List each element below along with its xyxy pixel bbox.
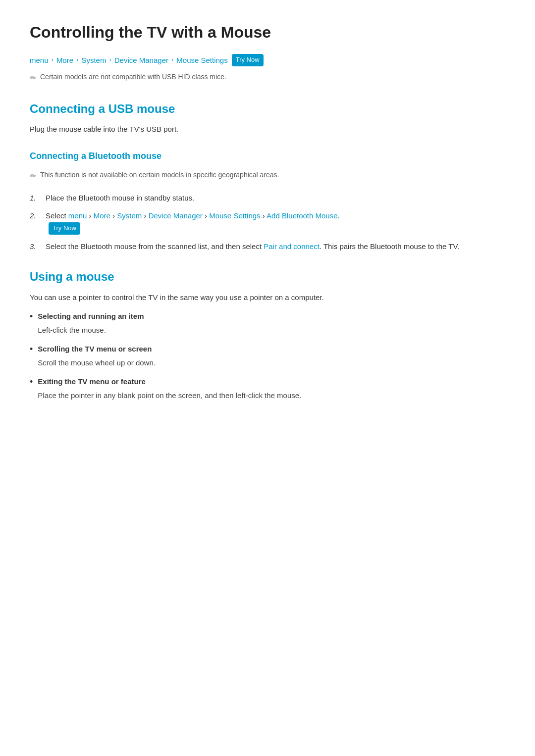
bullet-desc-2: Scroll the mouse wheel up or down.: [38, 357, 505, 369]
step2-sep5: ›: [263, 211, 267, 220]
step-1-text: Place the Bluetooth mouse in standby sta…: [46, 192, 505, 204]
step-3-content: Select the Bluetooth mouse from the scan…: [46, 241, 505, 252]
page-title: Controlling the TV with a Mouse: [30, 20, 505, 45]
usb-body-text: Plug the mouse cable into the TV's USB p…: [30, 123, 505, 135]
breadcrumb-device-manager[interactable]: Device Manager: [114, 54, 168, 66]
step3-pair-connect-link[interactable]: Pair and connect: [264, 242, 320, 251]
step-number-1: 1.: [30, 192, 40, 204]
step2-link-device-manager[interactable]: Device Manager: [149, 211, 203, 220]
step2-sep2: ›: [112, 211, 117, 220]
breadcrumb: menu › More › System › Device Manager › …: [30, 54, 505, 66]
bullet-item-selecting: • Selecting and running an item Left-cli…: [30, 310, 505, 336]
breadcrumb-menu[interactable]: menu: [30, 54, 49, 66]
step-2-content: Select menu › More › System › Device Man…: [46, 210, 505, 235]
bluetooth-steps-list: 1. Place the Bluetooth mouse in standby …: [30, 192, 505, 252]
step-number-2: 2.: [30, 210, 40, 222]
step2-link-menu[interactable]: menu: [68, 211, 87, 220]
step2-link-mouse-settings[interactable]: Mouse Settings: [209, 211, 260, 220]
bullet-content-2: Scrolling the TV menu or screen Scroll t…: [38, 343, 505, 369]
breadcrumb-system[interactable]: System: [81, 54, 106, 66]
step2-sep3: ›: [144, 211, 148, 220]
try-now-badge-step2[interactable]: Try Now: [49, 222, 80, 235]
bluetooth-step-3: 3. Select the Bluetooth mouse from the s…: [30, 241, 505, 252]
bullet-title-3: Exiting the TV menu or feature: [38, 376, 505, 388]
note-icon: ✏: [30, 72, 36, 85]
section-title-usb: Connecting a USB mouse: [30, 100, 505, 118]
bullet-title-1: Selecting and running an item: [38, 310, 505, 322]
bullet-dot-1: •: [30, 309, 33, 324]
bluetooth-step-1: 1. Place the Bluetooth mouse in standby …: [30, 192, 505, 204]
step2-link-system[interactable]: System: [117, 211, 142, 220]
bullet-item-scrolling: • Scrolling the TV menu or screen Scroll…: [30, 343, 505, 369]
bullet-dot-3: •: [30, 375, 33, 389]
breadcrumb-mouse-settings[interactable]: Mouse Settings: [176, 54, 227, 66]
using-bullets-list: • Selecting and running an item Left-cli…: [30, 310, 505, 402]
bullet-desc-3: Place the pointer in any blank point on …: [38, 390, 505, 402]
bluetooth-note-text: This function is not available on certai…: [40, 169, 279, 180]
breadcrumb-sep-1: ›: [52, 55, 54, 65]
bullet-item-exiting: • Exiting the TV menu or feature Place t…: [30, 376, 505, 402]
breadcrumb-sep-3: ›: [109, 55, 111, 65]
section-title-using: Using a mouse: [30, 267, 505, 286]
bullet-dot-2: •: [30, 342, 33, 356]
try-now-badge-header[interactable]: Try Now: [232, 54, 264, 66]
compatibility-note-row: ✏ Certain models are not compatible with…: [30, 71, 505, 85]
bluetooth-step-2: 2. Select menu › More › System › Device …: [30, 210, 505, 235]
step2-link-more[interactable]: More: [94, 211, 110, 220]
step2-link-add-bluetooth[interactable]: Add Bluetooth Mouse: [267, 211, 337, 220]
breadcrumb-sep-4: ›: [171, 55, 173, 65]
section-title-bluetooth: Connecting a Bluetooth mouse: [30, 149, 505, 163]
bullet-desc-1: Left-click the mouse.: [38, 324, 505, 336]
bullet-content-1: Selecting and running an item Left-click…: [38, 310, 505, 336]
step-number-3: 3.: [30, 241, 40, 252]
bluetooth-note-row: ✏ This function is not available on cert…: [30, 169, 505, 183]
breadcrumb-more[interactable]: More: [56, 54, 73, 66]
breadcrumb-sep-2: ›: [76, 55, 78, 65]
bluetooth-note-icon: ✏: [30, 170, 36, 183]
bullet-title-2: Scrolling the TV menu or screen: [38, 343, 505, 355]
compatibility-note-text: Certain models are not compatible with U…: [40, 71, 226, 82]
using-intro-text: You can use a pointer to control the TV …: [30, 292, 505, 303]
bullet-content-3: Exiting the TV menu or feature Place the…: [38, 376, 505, 402]
step2-sep1: ›: [89, 211, 94, 220]
step2-sep4: ›: [205, 211, 209, 220]
